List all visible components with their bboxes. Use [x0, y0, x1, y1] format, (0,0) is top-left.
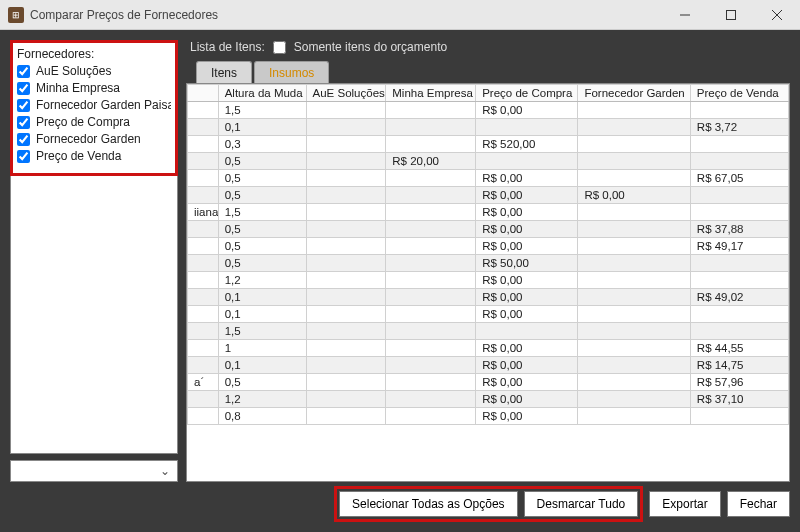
table-row[interactable]: 0,1R$ 3,72 — [188, 119, 789, 136]
cell[interactable] — [386, 255, 476, 272]
cell[interactable] — [306, 187, 386, 204]
cell[interactable] — [188, 306, 219, 323]
table-row[interactable]: 0,5R$ 20,00 — [188, 153, 789, 170]
cell[interactable]: R$ 0,00 — [476, 374, 578, 391]
cell[interactable] — [306, 255, 386, 272]
col-garden[interactable]: Fornecedor Garden — [578, 85, 690, 102]
supplier-checkbox[interactable] — [17, 150, 30, 163]
cell[interactable]: R$ 67,05 — [690, 170, 788, 187]
cell[interactable] — [690, 408, 788, 425]
cell[interactable] — [386, 238, 476, 255]
cell[interactable]: R$ 0,00 — [476, 391, 578, 408]
cell[interactable]: iiana — [188, 204, 219, 221]
supplier-checkbox[interactable] — [17, 99, 30, 112]
cell[interactable]: R$ 0,00 — [476, 340, 578, 357]
cell[interactable] — [306, 391, 386, 408]
cell[interactable] — [578, 102, 690, 119]
cell[interactable] — [306, 272, 386, 289]
cell[interactable] — [386, 221, 476, 238]
table-row[interactable]: 0,5R$ 0,00R$ 67,05 — [188, 170, 789, 187]
supplier-item[interactable]: Preço de Compra — [17, 114, 171, 131]
cell[interactable] — [188, 136, 219, 153]
cell[interactable]: R$ 0,00 — [476, 221, 578, 238]
cell[interactable] — [188, 153, 219, 170]
tab-itens[interactable]: Itens — [196, 61, 252, 84]
cell[interactable] — [188, 289, 219, 306]
cell[interactable] — [690, 153, 788, 170]
cell[interactable]: R$ 37,10 — [690, 391, 788, 408]
cell[interactable] — [386, 187, 476, 204]
cell[interactable] — [578, 289, 690, 306]
cell[interactable] — [386, 136, 476, 153]
table-row[interactable]: 0,1R$ 0,00 — [188, 306, 789, 323]
cell[interactable]: 0,5 — [218, 374, 306, 391]
cell[interactable] — [386, 170, 476, 187]
cell[interactable] — [386, 102, 476, 119]
cell[interactable] — [386, 323, 476, 340]
col-venda[interactable]: Preço de Venda — [690, 85, 788, 102]
cell[interactable]: 0,1 — [218, 289, 306, 306]
table-row[interactable]: 0,1R$ 0,00R$ 49,02 — [188, 289, 789, 306]
cell[interactable] — [386, 408, 476, 425]
table-row[interactable]: 0,8R$ 0,00 — [188, 408, 789, 425]
cell[interactable] — [188, 187, 219, 204]
cell[interactable]: 0,5 — [218, 238, 306, 255]
table-row[interactable]: 1,5 — [188, 323, 789, 340]
deselect-all-button[interactable]: Desmarcar Tudo — [524, 491, 639, 517]
cell[interactable]: R$ 0,00 — [476, 306, 578, 323]
table-row[interactable]: 0,5R$ 0,00R$ 49,17 — [188, 238, 789, 255]
left-combobox[interactable]: ⌄ — [10, 460, 178, 482]
cell[interactable] — [188, 391, 219, 408]
cell[interactable] — [306, 289, 386, 306]
cell[interactable] — [476, 119, 578, 136]
cell[interactable] — [690, 102, 788, 119]
supplier-checkbox[interactable] — [17, 65, 30, 78]
cell[interactable]: 0,3 — [218, 136, 306, 153]
cell[interactable]: R$ 0,00 — [476, 204, 578, 221]
cell[interactable] — [578, 119, 690, 136]
cell[interactable] — [386, 272, 476, 289]
cell[interactable]: R$ 0,00 — [476, 289, 578, 306]
cell[interactable] — [188, 119, 219, 136]
cell[interactable] — [306, 153, 386, 170]
cell[interactable]: 1,2 — [218, 391, 306, 408]
cell[interactable]: 0,1 — [218, 306, 306, 323]
cell[interactable] — [306, 306, 386, 323]
cell[interactable] — [306, 170, 386, 187]
cell[interactable]: R$ 49,17 — [690, 238, 788, 255]
cell[interactable] — [306, 238, 386, 255]
cell[interactable] — [386, 119, 476, 136]
cell[interactable] — [188, 357, 219, 374]
cell[interactable] — [690, 306, 788, 323]
table-row[interactable]: 0,5R$ 50,00 — [188, 255, 789, 272]
cell[interactable] — [578, 391, 690, 408]
col-compra[interactable]: Preço de Compra — [476, 85, 578, 102]
cell[interactable]: R$ 44,55 — [690, 340, 788, 357]
cell[interactable] — [386, 391, 476, 408]
cell[interactable] — [578, 374, 690, 391]
cell[interactable] — [578, 170, 690, 187]
cell[interactable]: 0,5 — [218, 170, 306, 187]
cell[interactable]: R$ 0,00 — [476, 408, 578, 425]
cell[interactable] — [690, 187, 788, 204]
cell[interactable]: 1 — [218, 340, 306, 357]
supplier-item[interactable]: Fornecedor Garden — [17, 131, 171, 148]
select-all-button[interactable]: Selecionar Todas as Opções — [339, 491, 518, 517]
cell[interactable] — [188, 408, 219, 425]
cell[interactable] — [386, 340, 476, 357]
cell[interactable]: R$ 0,00 — [476, 238, 578, 255]
cell[interactable] — [476, 153, 578, 170]
cell[interactable] — [386, 289, 476, 306]
cell[interactable] — [578, 255, 690, 272]
cell[interactable] — [578, 153, 690, 170]
supplier-checkbox[interactable] — [17, 116, 30, 129]
cell[interactable]: R$ 0,00 — [476, 272, 578, 289]
col-altura[interactable]: Altura da Muda — [218, 85, 306, 102]
supplier-checkbox[interactable] — [17, 82, 30, 95]
minimize-button[interactable] — [662, 0, 708, 30]
cell[interactable]: R$ 0,00 — [578, 187, 690, 204]
cell[interactable] — [386, 204, 476, 221]
close-button[interactable] — [754, 0, 800, 30]
col-aue[interactable]: AuE Soluções — [306, 85, 386, 102]
cell[interactable] — [306, 374, 386, 391]
